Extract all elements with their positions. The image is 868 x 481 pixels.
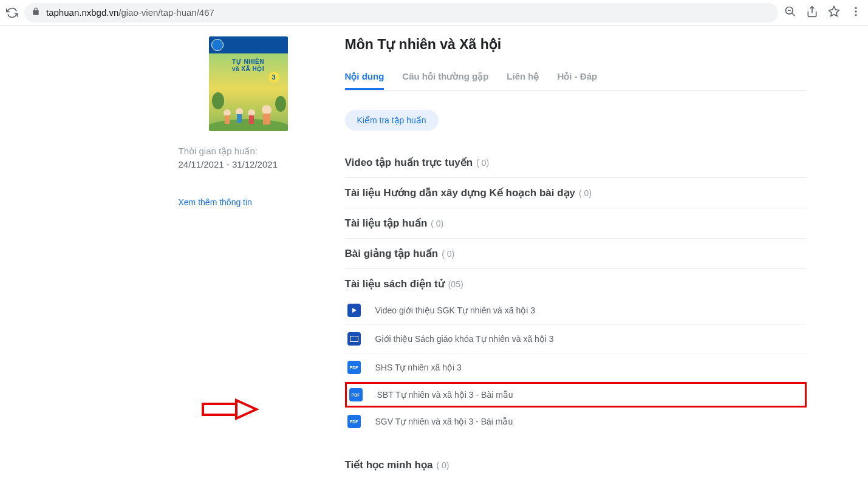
tab-qa[interactable]: Hỏi - Đáp: [557, 65, 597, 90]
section-lesson-plan[interactable]: Tài liệu Hướng dẫn xây dựng Kế hoạch bài…: [345, 178, 807, 208]
svg-marker-22: [236, 400, 256, 418]
share-icon[interactable]: [806, 5, 818, 20]
book-cover: TỰ NHIÊN và XÃ HỘI 3: [209, 36, 288, 131]
section-title: Tiết học minh họa: [345, 459, 433, 471]
section-training-docs[interactable]: Tài liệu tập huấn ( 0): [345, 208, 807, 239]
resource-name: Giới thiệu Sách giáo khóa Tự nhiên và xã…: [375, 334, 554, 344]
section-lectures[interactable]: Bài giảng tập huấn ( 0): [345, 239, 807, 269]
section-count: (05): [448, 279, 463, 289]
svg-point-17: [212, 92, 224, 109]
pdf-icon: PDF: [347, 415, 361, 428]
svg-rect-14: [249, 115, 254, 124]
resource-name: Video giới thiệu SGK Tự nhiên và xã hội …: [375, 305, 536, 315]
resource-name: SGV Tự nhiên và xã hội 3 - Bài mẫu: [375, 417, 513, 426]
resource-item[interactable]: PDF SHS Tự nhiên xã hội 3: [345, 353, 807, 382]
resource-item-highlighted[interactable]: PDF SBT Tự nhiên và xã hội 3 - Bài mẫu: [345, 382, 807, 408]
svg-point-6: [855, 10, 856, 12]
section-title: Tài liệu tập huấn: [345, 217, 428, 230]
book-grade-number: 3: [268, 72, 279, 83]
svg-marker-19: [352, 308, 357, 313]
training-time-label: Thời gian tập huấn:: [179, 146, 318, 157]
section-title: Bài giảng tập huấn: [345, 247, 439, 260]
svg-rect-10: [225, 115, 230, 124]
section-video-training[interactable]: Video tập huấn trực tuyến ( 0): [345, 148, 807, 178]
bookmark-icon[interactable]: [828, 5, 840, 20]
book-title: TỰ NHIÊN và XÃ HỘI: [209, 58, 288, 73]
page-title: Môn Tự nhiên và Xã hội: [345, 36, 807, 53]
reload-button[interactable]: [6, 7, 18, 19]
svg-point-18: [275, 96, 286, 112]
resource-item[interactable]: PDF SGV Tự nhiên và xã hội 3 - Bài mẫu: [345, 408, 807, 435]
section-count: ( 0): [476, 158, 489, 168]
section-count: ( 0): [579, 188, 592, 198]
zoom-out-icon[interactable]: [784, 5, 796, 20]
tab-faq[interactable]: Câu hỏi thường gặp: [402, 65, 488, 90]
tab-contact[interactable]: Liên hệ: [507, 65, 539, 90]
resource-item[interactable]: Giới thiệu Sách giáo khóa Tự nhiên và xã…: [345, 325, 807, 353]
video-icon: [347, 304, 361, 317]
svg-rect-16: [263, 114, 270, 125]
browser-actions: [784, 5, 862, 20]
address-bar[interactable]: taphuan.nxbgd.vn/giao-vien/tap-huan/467: [24, 3, 778, 22]
tab-content[interactable]: Nội dung: [345, 65, 384, 90]
svg-rect-20: [350, 336, 358, 342]
more-icon[interactable]: [850, 5, 862, 20]
section-demo-lesson[interactable]: Tiết học minh họa ( 0): [345, 444, 807, 480]
svg-rect-21: [203, 404, 236, 415]
lock-icon: [32, 7, 40, 18]
resource-item[interactable]: Video giới thiệu SGK Tự nhiên và xã hội …: [345, 296, 807, 325]
svg-marker-4: [829, 6, 839, 16]
book-illustration: [209, 83, 288, 131]
arrow-annotation-icon: [202, 397, 262, 421]
section-count: ( 0): [442, 249, 454, 259]
section-title: Tài liệu sách điện tử: [345, 278, 445, 290]
training-time-value: 24/11/2021 - 31/12/2021: [179, 159, 318, 169]
pdf-icon: PDF: [347, 361, 361, 374]
section-title: Video tập huấn trực tuyến: [345, 156, 473, 169]
svg-point-15: [262, 105, 272, 115]
svg-point-5: [855, 7, 856, 9]
resource-name: SBT Tự nhiên và xã hội 3 - Bài mẫu: [377, 390, 513, 400]
browser-toolbar: taphuan.nxbgd.vn/giao-vien/tap-huan/467: [0, 0, 868, 26]
main-content: Môn Tự nhiên và Xã hội Nội dung Câu hỏi …: [345, 36, 807, 480]
section-ebooks[interactable]: Tài liệu sách điện tử (05) Video giới th…: [345, 269, 807, 444]
slide-icon: [347, 332, 361, 346]
view-more-link[interactable]: Xem thêm thông tin: [179, 197, 318, 207]
resource-name: SHS Tự nhiên xã hội 3: [375, 363, 462, 372]
section-count: ( 0): [436, 460, 449, 470]
publisher-logo-icon: [211, 39, 224, 51]
section-count: ( 0): [431, 219, 443, 228]
tabs: Nội dung Câu hỏi thường gặp Liên hệ Hỏi …: [345, 65, 807, 90]
url-text: taphuan.nxbgd.vn/giao-vien/tap-huan/467: [46, 7, 214, 18]
check-training-button[interactable]: Kiểm tra tập huấn: [345, 110, 439, 131]
svg-point-7: [855, 14, 856, 16]
section-title: Tài liệu Hướng dẫn xây dựng Kế hoạch bài…: [345, 186, 576, 199]
svg-rect-12: [237, 114, 242, 123]
svg-point-8: [209, 119, 288, 131]
svg-line-1: [792, 13, 795, 16]
pdf-icon: PDF: [349, 388, 363, 401]
